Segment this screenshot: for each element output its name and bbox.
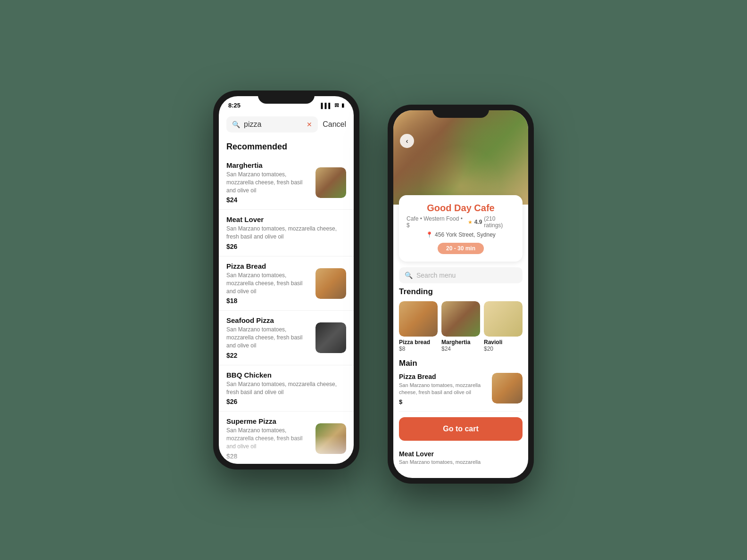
item-price: $26	[226, 243, 346, 250]
item-name: Superme Pizza	[226, 417, 310, 425]
main-item-price: $	[399, 398, 487, 405]
hero-image: ‹	[393, 110, 528, 205]
main-item-name: Pizza Bread	[399, 373, 487, 380]
cafe-address: 📍 456 York Street, Sydney	[407, 231, 515, 238]
main-item-image	[492, 373, 523, 404]
menu-item[interactable]: Superme Pizza San Marzano tomatoes, mozz…	[219, 412, 354, 464]
meat-lover-desc: San Marzano tomatoes, mozzarella	[399, 459, 523, 465]
item-price: $26	[226, 398, 346, 405]
trending-section: Trending Pizza bread $8 Marghertia	[393, 287, 528, 352]
trending-item-image	[441, 301, 480, 337]
item-name: Marghertia	[226, 161, 310, 169]
menu-item-info: Seafood Pizza San Marzano tomatoes, mozz…	[226, 316, 310, 359]
item-desc: San Marzano tomatoes, mozzarella cheese,…	[226, 225, 346, 241]
item-image	[315, 322, 346, 353]
item-desc: San Marzano tomatoes, mozzarella cheese,…	[226, 326, 310, 349]
search-icon: 🔍	[232, 121, 240, 128]
cafe-meta: Cafe • Western Food • $ ★ 4.9 (210 ratin…	[407, 215, 515, 229]
cancel-button[interactable]: Cancel	[323, 120, 346, 129]
search-bar-container: 🔍 pizza ✕ Cancel	[219, 113, 354, 136]
item-desc: San Marzano tomatoes, mozzarella cheese,…	[226, 272, 310, 295]
item-price: $22	[226, 352, 310, 359]
trending-item-price: $8	[399, 346, 438, 352]
menu-item[interactable]: BBQ Chicken San Marzano tomatoes, mozzar…	[219, 365, 354, 412]
time-badge-wrap: 20 - 30 min	[407, 243, 515, 254]
battery-icon: ▮	[341, 102, 344, 108]
clear-search-button[interactable]: ✕	[307, 121, 312, 128]
search-menu-bar[interactable]: 🔍 Search menu	[399, 267, 523, 283]
trending-title: Trending	[399, 287, 523, 296]
main-item-desc: San Marzano tomatoes, mozzarella cheese,…	[399, 382, 487, 396]
item-name: Pizza Bread	[226, 262, 310, 270]
item-price: $24	[226, 196, 310, 204]
item-name: Meat Lover	[226, 215, 346, 223]
right-phone: ‹ Good Day Cafe Cafe • Western Food • $ …	[388, 105, 534, 484]
wifi-icon: 𝌙	[334, 102, 339, 108]
item-image	[315, 423, 346, 454]
menu-item-info: BBQ Chicken San Marzano tomatoes, mozzar…	[226, 371, 346, 406]
recommended-title: Recommended	[219, 136, 354, 156]
search-query: pizza	[244, 120, 303, 129]
trending-item-name: Pizza bread	[399, 339, 438, 346]
trending-item-name: Ravioli	[484, 339, 523, 346]
go-to-cart-button[interactable]: Go to cart	[399, 417, 523, 441]
item-name: Seafood Pizza	[226, 316, 310, 324]
pin-icon: 📍	[426, 231, 433, 238]
item-desc: San Marzano tomatoes, mozzarella cheese,…	[226, 380, 346, 396]
trending-item-price: $24	[441, 346, 480, 352]
cafe-category: Cafe • Western Food • $	[407, 215, 466, 229]
cafe-rating-count: (210 ratings)	[484, 215, 515, 229]
item-image	[315, 268, 346, 299]
menu-item[interactable]: Seafood Pizza San Marzano tomatoes, mozz…	[219, 311, 354, 365]
trending-item[interactable]: Pizza bread $8	[399, 301, 438, 352]
menu-item[interactable]: Pizza Bread San Marzano tomatoes, mozzar…	[219, 256, 354, 311]
back-button[interactable]: ‹	[400, 134, 414, 148]
menu-item-info: Superme Pizza San Marzano tomatoes, mozz…	[226, 417, 310, 460]
signal-icon: ▌▌▌	[321, 103, 332, 108]
menu-item-info: Marghertia San Marzano tomatoes, mozzare…	[226, 161, 310, 204]
meat-lover-name: Meat Lover	[399, 450, 523, 458]
search-menu-placeholder: Search menu	[416, 272, 456, 279]
delivery-time-badge: 20 - 30 min	[438, 243, 484, 254]
trending-item[interactable]: Ravioli $20	[484, 301, 523, 352]
notch-left	[258, 91, 315, 104]
trending-item-name: Marghertia	[441, 339, 480, 346]
item-desc: San Marzano tomatoes, mozzarella cheese,…	[226, 171, 310, 194]
scene: 8:25 ▌▌▌ 𝌙 ▮ 🔍 pizza ✕ Cancel Recommende…	[194, 58, 553, 502]
cafe-name: Good Day Cafe	[407, 203, 515, 214]
trending-item-price: $20	[484, 346, 523, 352]
meat-lover-preview[interactable]: Meat Lover San Marzano tomatoes, mozzare…	[393, 445, 528, 470]
search-menu-icon: 🔍	[405, 272, 413, 279]
trending-items: Pizza bread $8 Marghertia $24	[399, 301, 523, 352]
notch-right	[432, 105, 489, 118]
menu-list: Marghertia San Marzano tomatoes, mozzare…	[219, 156, 354, 464]
menu-item[interactable]: Meat Lover San Marzano tomatoes, mozzare…	[219, 210, 354, 256]
star-icon: ★	[468, 219, 473, 225]
trending-item[interactable]: Marghertia $24	[441, 301, 480, 352]
main-title: Main	[399, 359, 523, 368]
time-left: 8:25	[228, 102, 241, 109]
cafe-card: Good Day Cafe Cafe • Western Food • $ ★ …	[399, 195, 523, 262]
main-item-info: Pizza Bread San Marzano tomatoes, mozzar…	[399, 373, 487, 405]
item-name: BBQ Chicken	[226, 371, 346, 379]
trending-item-image	[484, 301, 523, 337]
main-menu-item[interactable]: Pizza Bread San Marzano tomatoes, mozzar…	[399, 373, 523, 412]
item-desc: San Marzano tomatoes, mozzarella cheese,…	[226, 427, 310, 450]
item-image	[315, 167, 346, 198]
address-text: 456 York Street, Sydney	[435, 231, 496, 238]
cafe-rating: 4.9	[474, 219, 482, 225]
item-price: $18	[226, 297, 310, 305]
search-input-box[interactable]: 🔍 pizza ✕	[226, 116, 318, 132]
menu-item-info: Pizza Bread San Marzano tomatoes, mozzar…	[226, 262, 310, 305]
trending-item-image	[399, 301, 438, 337]
item-price: $28	[226, 453, 310, 460]
menu-item[interactable]: Marghertia San Marzano tomatoes, mozzare…	[219, 156, 354, 210]
status-icons-left: ▌▌▌ 𝌙 ▮	[321, 102, 344, 108]
left-phone: 8:25 ▌▌▌ 𝌙 ▮ 🔍 pizza ✕ Cancel Recommende…	[213, 91, 359, 469]
main-section: Main Pizza Bread San Marzano tomatoes, m…	[393, 359, 528, 412]
menu-item-info: Meat Lover San Marzano tomatoes, mozzare…	[226, 215, 346, 250]
